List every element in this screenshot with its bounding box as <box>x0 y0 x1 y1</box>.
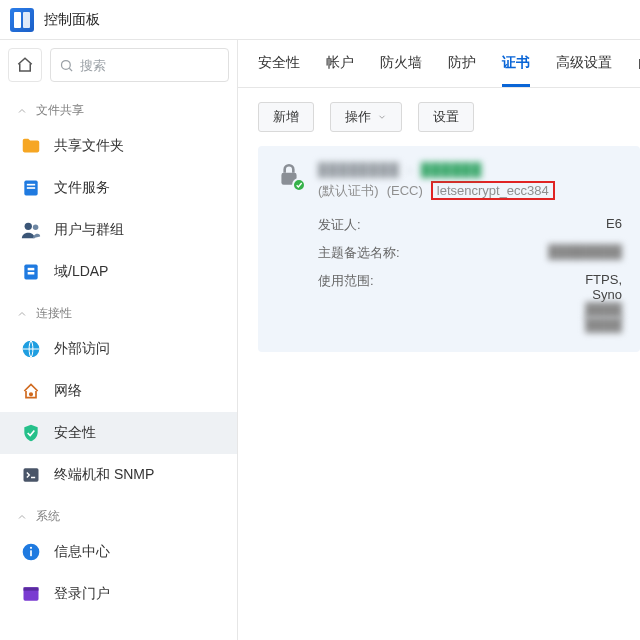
home-button[interactable] <box>8 48 42 82</box>
sidebar-item-label: 共享文件夹 <box>54 137 124 155</box>
users-icon <box>20 219 42 241</box>
cert-details: 发证人: E6 主题备选名称: ████████ 使用范围: FTPS, Syn… <box>318 216 622 332</box>
sidebar-item-info-center[interactable]: 信息中心 <box>0 531 237 573</box>
network-icon <box>20 380 42 402</box>
globe-icon <box>20 338 42 360</box>
svg-rect-8 <box>28 268 35 271</box>
svg-rect-9 <box>28 272 35 275</box>
svg-point-5 <box>25 223 32 230</box>
group-file-share[interactable]: 文件共享 <box>0 90 237 125</box>
usage-redacted: ████ <box>458 317 622 332</box>
window-title: 控制面板 <box>44 11 100 29</box>
settings-button[interactable]: 设置 <box>418 102 474 132</box>
value-usage: FTPS, Syno ████ ████ <box>458 272 622 332</box>
svg-line-1 <box>69 68 72 71</box>
chevron-up-icon <box>16 105 28 117</box>
button-label: 设置 <box>433 108 459 126</box>
cert-ecc-tag: (ECC) <box>387 183 423 198</box>
svg-rect-3 <box>27 184 35 186</box>
sidebar-item-label: 登录门户 <box>54 585 110 603</box>
tab-protection[interactable]: 防护 <box>448 54 476 87</box>
sidebar-item-security[interactable]: 安全性 <box>0 412 237 454</box>
folder-icon <box>20 135 42 157</box>
info-icon <box>20 541 42 563</box>
value-issuer: E6 <box>458 216 622 234</box>
check-badge-icon <box>292 178 306 192</box>
sidebar-item-label: 文件服务 <box>54 179 110 197</box>
svg-point-11 <box>30 393 33 396</box>
svg-rect-4 <box>27 187 35 189</box>
shield-icon <box>20 422 42 444</box>
group-label: 连接性 <box>36 305 72 322</box>
label-san: 主题备选名称: <box>318 244 458 262</box>
home-icon <box>16 56 34 74</box>
sidebar-item-label: 用户与群组 <box>54 221 124 239</box>
label-usage: 使用范围: <box>318 272 458 332</box>
sidebar-item-login-portal[interactable]: 登录门户 <box>0 573 237 615</box>
sidebar-item-shared-folder[interactable]: 共享文件夹 <box>0 125 237 167</box>
toolbar: 新增 操作 设置 <box>238 88 640 146</box>
sidebar-item-label: 网络 <box>54 382 82 400</box>
cert-default-tag: (默认证书) <box>318 182 379 200</box>
usage-redacted: ████ <box>458 302 622 317</box>
cert-separator: - <box>408 162 413 177</box>
chevron-up-icon <box>16 511 28 523</box>
cert-domain-redacted: ████████ <box>318 162 400 177</box>
certificate-card[interactable]: ████████ - ██████ (默认证书) (ECC) letsencry… <box>258 146 640 352</box>
tab-advanced[interactable]: 高级设置 <box>556 54 612 87</box>
group-system[interactable]: 系统 <box>0 496 237 531</box>
sidebar-item-label: 安全性 <box>54 424 96 442</box>
main-panel: 安全性 帐户 防火墙 防护 证书 高级设置 KMIP 新增 操作 设置 <box>238 40 640 640</box>
sidebar-nav: 文件共享 共享文件夹 文件服务 <box>0 90 237 640</box>
svg-point-0 <box>62 60 71 69</box>
app-logo-icon <box>10 8 34 32</box>
sidebar: 文件共享 共享文件夹 文件服务 <box>0 40 238 640</box>
titlebar: 控制面板 <box>0 0 640 40</box>
chevron-down-icon <box>377 112 387 122</box>
tab-account[interactable]: 帐户 <box>326 54 354 87</box>
action-button[interactable]: 操作 <box>330 102 402 132</box>
file-service-icon <box>20 177 42 199</box>
svg-rect-12 <box>24 468 39 481</box>
app-root: 控制面板 文件共享 <box>0 0 640 640</box>
tab-firewall[interactable]: 防火墙 <box>380 54 422 87</box>
sidebar-item-label: 域/LDAP <box>54 263 108 281</box>
label-issuer: 发证人: <box>318 216 458 234</box>
tab-security[interactable]: 安全性 <box>258 54 300 87</box>
group-connectivity[interactable]: 连接性 <box>0 293 237 328</box>
body: 文件共享 共享文件夹 文件服务 <box>0 40 640 640</box>
sidebar-item-network[interactable]: 网络 <box>0 370 237 412</box>
svg-rect-14 <box>30 550 32 556</box>
group-label: 文件共享 <box>36 102 84 119</box>
svg-point-6 <box>33 225 39 231</box>
sidebar-item-external-access[interactable]: 外部访问 <box>0 328 237 370</box>
add-button[interactable]: 新增 <box>258 102 314 132</box>
cert-title-block: ████████ - ██████ (默认证书) (ECC) letsencry… <box>318 162 555 200</box>
search-field[interactable] <box>50 48 229 82</box>
sidebar-topline <box>0 40 237 90</box>
chevron-up-icon <box>16 308 28 320</box>
group-label: 系统 <box>36 508 60 525</box>
button-label: 操作 <box>345 108 371 126</box>
terminal-icon <box>20 464 42 486</box>
sidebar-item-label: 信息中心 <box>54 543 110 561</box>
svg-point-15 <box>30 547 32 549</box>
sidebar-item-user-group[interactable]: 用户与群组 <box>0 209 237 251</box>
button-label: 新增 <box>273 108 299 126</box>
usage-line: Syno <box>458 287 622 302</box>
ldap-icon <box>20 261 42 283</box>
search-icon <box>59 58 74 73</box>
tab-certificate[interactable]: 证书 <box>502 54 530 87</box>
portal-icon <box>20 583 42 605</box>
svg-rect-17 <box>24 587 39 590</box>
sidebar-item-label: 终端机和 SNMP <box>54 466 154 484</box>
tab-bar: 安全性 帐户 防火墙 防护 证书 高级设置 KMIP <box>238 40 640 88</box>
sidebar-item-file-service[interactable]: 文件服务 <box>0 167 237 209</box>
value-san-redacted: ████████ <box>458 244 622 262</box>
sidebar-item-terminal-snmp[interactable]: 终端机和 SNMP <box>0 454 237 496</box>
cert-name-highlight: letsencrypt_ecc384 <box>431 181 555 200</box>
sidebar-item-domain-ldap[interactable]: 域/LDAP <box>0 251 237 293</box>
sidebar-item-label: 外部访问 <box>54 340 110 358</box>
search-input[interactable] <box>80 58 220 73</box>
cert-header: ████████ - ██████ (默认证书) (ECC) letsencry… <box>276 162 622 200</box>
